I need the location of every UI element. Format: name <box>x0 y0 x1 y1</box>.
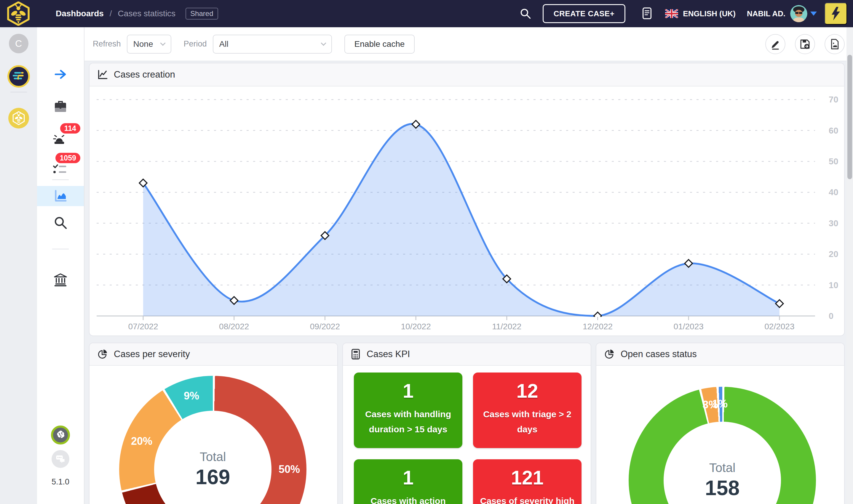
cases-creation-chart: 01020304050607007/202208/202209/202210/2… <box>89 87 844 336</box>
kpi-value: 121 <box>511 467 543 489</box>
org-avatar-c[interactable]: C <box>9 34 29 53</box>
status-header: Open cases status <box>596 343 844 366</box>
svg-text:10: 10 <box>829 281 838 290</box>
donut-percent-label: 9% <box>184 390 199 402</box>
create-case-button[interactable]: CREATE CASE+ <box>543 4 626 23</box>
kpi-tile: 1Cases with handling duration > 15 days <box>354 373 463 448</box>
kpi-header: Cases KPI <box>343 343 591 366</box>
dashboard-toolbar: Refresh None Period All Enable cache <box>85 27 853 61</box>
pie-chart-icon <box>604 349 615 360</box>
organisation-logo-icon[interactable] <box>7 65 30 88</box>
svg-text:02/2023: 02/2023 <box>764 322 794 331</box>
user-avatar[interactable] <box>790 5 807 22</box>
sidebar-item-dashboards-active[interactable] <box>37 186 84 206</box>
area-chart-icon <box>53 190 68 202</box>
dashboard-actions <box>756 34 845 54</box>
kpi-tile: 12Cases with triage > 2 days <box>473 373 581 448</box>
kpi-tiles-grid: 1Cases with handling duration > 15 days1… <box>343 366 591 504</box>
save-export-icon <box>799 38 811 50</box>
edit-dashboard-button[interactable] <box>765 34 785 54</box>
chevron-down-icon <box>321 40 326 46</box>
main-sidebar: 114 1059 <box>37 27 85 504</box>
chevron-down-icon <box>160 40 166 46</box>
svg-text:60: 60 <box>829 126 838 135</box>
export-image-button[interactable] <box>824 34 845 54</box>
breadcrumb: Dashboards / Cases statistics Shared <box>56 8 218 20</box>
arrow-right-icon <box>54 68 67 81</box>
siren-icon <box>52 132 66 144</box>
period-select[interactable]: All <box>213 35 332 54</box>
scrollbar-thumb[interactable] <box>847 55 852 179</box>
refresh-select-value: None <box>133 39 153 49</box>
sidebar-item-alerts[interactable]: 114 <box>37 123 85 151</box>
language-selector[interactable]: ENGLISH (UK) <box>683 9 736 18</box>
speech-bubbles-icon <box>55 454 66 464</box>
tasks-count-badge: 1059 <box>55 153 80 163</box>
app-version: 5.1.0 <box>52 478 69 487</box>
kpi-tile: 1Cases with action <box>354 459 463 504</box>
pie-chart-icon <box>97 349 108 360</box>
cases-creation-chart-area: 01020304050607007/202208/202209/202210/2… <box>89 87 844 336</box>
sidebar-divider <box>52 179 69 180</box>
kpi-label: Cases of severity high <box>478 493 576 504</box>
period-label: Period <box>184 39 207 49</box>
organisation-rail: C <box>0 27 37 504</box>
svg-text:20: 20 <box>829 249 838 259</box>
sidebar-divider <box>52 249 69 249</box>
search-icon[interactable] <box>520 8 532 20</box>
magnifier-icon <box>54 216 67 230</box>
release-notes-icon[interactable] <box>641 7 653 20</box>
panel-title: Cases per severity <box>114 349 190 360</box>
donut-percent-label: 1% <box>712 398 728 410</box>
svg-text:09/2022: 09/2022 <box>310 322 340 331</box>
uk-flag-icon[interactable] <box>665 9 678 18</box>
donut-percent-label: 20% <box>131 435 152 447</box>
svg-text:07/2022: 07/2022 <box>128 322 158 331</box>
enable-cache-button[interactable]: Enable cache <box>344 35 415 54</box>
image-file-icon <box>829 38 840 50</box>
briefcase-icon <box>53 100 68 113</box>
thehive-platform-icon[interactable] <box>8 108 29 128</box>
svg-text:70: 70 <box>829 95 838 104</box>
export-dashboard-button[interactable] <box>795 34 815 54</box>
breadcrumb-separator: / <box>110 9 112 18</box>
kpi-value: 1 <box>403 380 414 402</box>
refresh-label: Refresh <box>93 39 121 49</box>
page-scrollbar[interactable] <box>847 27 853 504</box>
kpi-label: Cases with handling duration > 15 days <box>359 407 457 437</box>
sidebar-item-tasks[interactable]: 1059 <box>37 153 85 181</box>
period-select-value: All <box>219 39 228 49</box>
alerts-count-badge: 114 <box>60 123 80 133</box>
breadcrumb-current-page: Cases statistics <box>118 9 176 18</box>
user-menu-chevron-down-icon[interactable] <box>810 12 817 16</box>
svg-text:40: 40 <box>829 187 838 197</box>
cases-per-severity-panel: Cases per severity 50%20%9% Total 169 <box>89 343 338 504</box>
svg-text:01/2023: 01/2023 <box>674 322 703 331</box>
sidebar-expand-button[interactable] <box>54 68 67 81</box>
panel-title: Cases KPI <box>367 349 410 360</box>
thehive-bee-logo-icon[interactable] <box>5 1 31 26</box>
sidebar-item-organisation[interactable] <box>53 273 68 287</box>
kpi-label: Cases with action <box>359 493 457 504</box>
pencil-icon <box>770 38 781 50</box>
chat-status-button[interactable] <box>52 450 69 468</box>
quick-action-lightning-button[interactable] <box>824 3 847 24</box>
refresh-select[interactable]: None <box>127 35 171 54</box>
topbar: Dashboards / Cases statistics Shared CRE… <box>0 0 853 27</box>
cases-creation-header: Cases creation <box>89 64 844 87</box>
kpi-value: 12 <box>516 380 538 402</box>
total-label: Total <box>705 461 740 475</box>
bank-icon <box>53 273 68 287</box>
user-name[interactable]: NABIL AD. <box>747 9 785 18</box>
cortex-status-button[interactable] <box>51 426 70 445</box>
sidebar-item-search[interactable] <box>54 216 67 230</box>
total-value: 169 <box>196 465 230 489</box>
svg-text:30: 30 <box>829 218 838 228</box>
checklist-icon <box>52 163 67 175</box>
sidebar-item-cases[interactable] <box>53 100 68 113</box>
breadcrumb-dashboards-link[interactable]: Dashboards <box>56 9 104 18</box>
kpi-value: 1 <box>403 467 414 489</box>
kpi-tile: 121Cases of severity high <box>473 459 581 504</box>
kpi-label: Cases with triage > 2 days <box>478 407 576 437</box>
lightning-bolt-icon <box>830 6 842 21</box>
